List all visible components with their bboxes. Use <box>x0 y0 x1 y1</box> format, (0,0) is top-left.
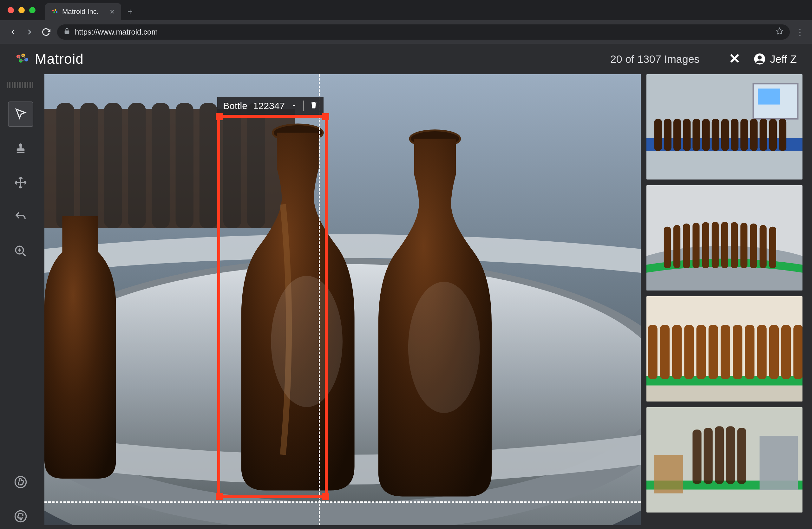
window-minimize-icon[interactable] <box>18 7 25 13</box>
logo-mark-icon <box>15 53 30 65</box>
overflow-menu-icon[interactable]: ⋮ <box>796 27 804 38</box>
zoom-in-tool[interactable] <box>8 238 33 264</box>
approve-button[interactable] <box>8 469 33 495</box>
stamp-tool[interactable] <box>8 136 33 161</box>
browser-tab[interactable]: Matroid Inc. ✕ <box>45 3 121 20</box>
svg-rect-42 <box>712 119 720 151</box>
svg-rect-79 <box>793 325 802 379</box>
thumbnail[interactable] <box>647 74 802 179</box>
svg-rect-52 <box>664 227 671 268</box>
pointer-tool[interactable] <box>8 102 33 127</box>
label-dropdown-icon[interactable] <box>291 101 298 111</box>
svg-rect-66 <box>647 386 802 401</box>
main-image <box>44 74 641 525</box>
url-bar[interactable]: https://www.matroid.com <box>57 25 790 40</box>
svg-rect-67 <box>648 325 657 379</box>
svg-rect-46 <box>750 119 757 151</box>
svg-rect-85 <box>726 426 735 484</box>
svg-rect-47 <box>760 119 767 151</box>
svg-rect-63 <box>769 227 776 268</box>
bbox-handle-tr[interactable] <box>322 113 329 120</box>
thumbnail[interactable] <box>647 296 802 401</box>
tab-title: Matroid Inc. <box>62 8 99 16</box>
move-tool[interactable] <box>8 170 33 195</box>
svg-rect-45 <box>740 119 748 151</box>
crosshair-horizontal <box>44 501 641 503</box>
reload-button[interactable] <box>41 27 52 38</box>
bbox-handle-bl[interactable] <box>216 493 223 500</box>
thumbnail[interactable] <box>647 185 802 291</box>
svg-rect-82 <box>693 429 701 484</box>
svg-rect-58 <box>721 222 728 268</box>
svg-rect-69 <box>672 325 682 379</box>
forward-button[interactable] <box>24 27 35 38</box>
svg-rect-73 <box>721 325 730 379</box>
svg-rect-62 <box>760 225 767 268</box>
svg-rect-84 <box>715 426 724 484</box>
undo-tool[interactable] <box>8 204 33 230</box>
svg-rect-16 <box>56 103 74 228</box>
tool-sidebar <box>0 74 41 529</box>
annotation-canvas[interactable]: Bottle 122347 <box>44 74 641 525</box>
tab-close-icon[interactable]: ✕ <box>110 8 115 16</box>
user-name: Jeff Z <box>770 53 797 65</box>
svg-rect-68 <box>660 325 670 379</box>
svg-rect-87 <box>760 436 798 490</box>
svg-rect-20 <box>151 103 169 228</box>
new-tab-button[interactable]: + <box>128 7 133 17</box>
svg-rect-44 <box>731 119 738 151</box>
annotation-label: Bottle 122347 <box>217 97 323 115</box>
svg-rect-71 <box>696 325 706 379</box>
window-close-icon[interactable] <box>8 7 14 13</box>
svg-rect-86 <box>737 428 746 484</box>
annotation-class-name: Bottle <box>223 101 247 111</box>
image-counter: 20 of 1307 Images <box>610 53 700 65</box>
header-actions: Jeff Z <box>728 52 797 66</box>
delete-annotation-icon[interactable] <box>309 101 318 111</box>
svg-point-3 <box>56 11 58 13</box>
svg-rect-61 <box>750 224 757 268</box>
svg-point-1 <box>55 9 56 11</box>
close-button[interactable] <box>728 52 741 66</box>
bbox-handle-tl[interactable] <box>216 113 223 120</box>
svg-rect-36 <box>654 119 662 151</box>
browser-chrome: Matroid Inc. ✕ + https://www.matroid.com… <box>0 0 812 44</box>
bounding-box[interactable] <box>217 115 328 498</box>
lock-icon <box>63 28 70 36</box>
svg-rect-38 <box>673 119 681 151</box>
window-zoom-icon[interactable] <box>29 7 35 13</box>
url-text: https://www.matroid.com <box>75 28 158 36</box>
svg-rect-72 <box>709 325 718 379</box>
drag-handle-icon[interactable] <box>7 82 34 88</box>
browser-toolbar: https://www.matroid.com ⋮ <box>0 20 812 44</box>
brand-name: Matroid <box>35 51 84 67</box>
svg-rect-35 <box>758 88 780 104</box>
svg-rect-54 <box>683 224 690 268</box>
svg-rect-75 <box>745 325 754 379</box>
app-header: Matroid 20 of 1307 Images Jeff Z <box>0 44 812 74</box>
app-root: Matroid 20 of 1307 Images Jeff Z <box>0 44 812 529</box>
svg-rect-39 <box>683 119 691 151</box>
svg-rect-60 <box>740 223 747 268</box>
svg-rect-88 <box>654 455 683 494</box>
svg-rect-48 <box>769 119 777 151</box>
reject-button[interactable] <box>8 504 33 529</box>
window-controls <box>8 7 35 13</box>
svg-point-2 <box>53 11 55 13</box>
bookmark-star-icon[interactable] <box>776 27 783 37</box>
back-button[interactable] <box>8 27 18 38</box>
svg-rect-40 <box>693 119 700 151</box>
svg-rect-22 <box>200 103 217 228</box>
brand-logo[interactable]: Matroid <box>15 51 84 67</box>
thumbnail[interactable] <box>647 407 802 513</box>
svg-rect-74 <box>733 325 742 379</box>
svg-point-10 <box>757 56 762 60</box>
svg-point-31 <box>408 282 480 413</box>
svg-rect-41 <box>702 119 710 151</box>
annotation-id: 122347 <box>253 101 285 111</box>
user-menu[interactable]: Jeff Z <box>754 53 797 65</box>
svg-rect-55 <box>693 223 699 268</box>
separator <box>303 101 304 111</box>
bbox-handle-br[interactable] <box>322 493 329 500</box>
svg-rect-77 <box>769 325 779 379</box>
